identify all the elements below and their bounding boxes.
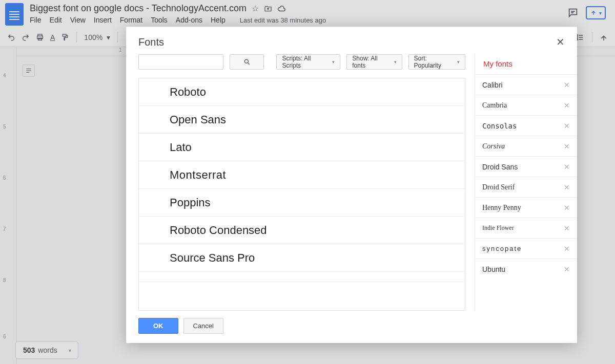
my-font-label: Consolas (482, 122, 517, 130)
my-font-label: Corsiva (482, 142, 505, 151)
remove-font-icon[interactable]: ✕ (564, 81, 570, 89)
font-list-item[interactable] (139, 272, 465, 282)
my-font-item[interactable]: Ubuntu✕ (475, 259, 577, 279)
remove-font-icon[interactable]: ✕ (564, 245, 570, 253)
my-font-label: Indie Flower (482, 224, 514, 232)
my-font-item[interactable]: Henny Penny✕ (475, 197, 577, 218)
my-fonts-heading: My fonts (475, 54, 577, 74)
remove-font-icon[interactable]: ✕ (564, 163, 570, 171)
cancel-button[interactable]: Cancel (183, 318, 223, 334)
my-font-label: Henny Penny (482, 204, 521, 212)
font-list-item[interactable]: Lato (139, 134, 465, 161)
my-font-label: Calibri (482, 81, 503, 89)
my-fonts-panel: My fonts Calibri✕Cambria✕Consolas✕Corsiv… (475, 54, 577, 311)
my-font-label: Cambria (482, 101, 507, 110)
font-list-item[interactable]: Montserrat (139, 161, 465, 189)
my-font-label: Ubuntu (482, 265, 505, 273)
font-list-item[interactable]: Roboto (139, 78, 465, 106)
remove-font-icon[interactable]: ✕ (564, 142, 570, 151)
sort-filter[interactable]: Sort: Popularity (408, 54, 465, 70)
my-font-item[interactable]: Consolas✕ (475, 115, 577, 136)
remove-font-icon[interactable]: ✕ (564, 101, 570, 110)
font-list-item[interactable]: Roboto Condensed (139, 217, 465, 244)
font-list-item[interactable]: Open Sans (139, 106, 465, 134)
remove-font-icon[interactable]: ✕ (564, 122, 570, 130)
my-font-item[interactable]: Droid Serif✕ (475, 177, 577, 197)
show-filter[interactable]: Show: All fonts (346, 54, 402, 70)
dialog-title: Fonts (138, 36, 556, 48)
close-icon[interactable]: ✕ (556, 36, 565, 48)
ok-button[interactable]: OK (138, 318, 178, 334)
search-button[interactable] (230, 54, 264, 70)
font-list-item[interactable]: Source Sans Pro (139, 244, 465, 272)
search-icon (243, 58, 251, 66)
my-font-item[interactable]: Corsiva✕ (475, 136, 577, 156)
my-font-item[interactable]: Indie Flower✕ (475, 218, 577, 238)
font-search-input[interactable] (138, 54, 223, 70)
my-font-label: Droid Sans (482, 163, 518, 171)
remove-font-icon[interactable]: ✕ (564, 183, 570, 191)
svg-point-4 (244, 59, 248, 63)
my-font-label: Syncopate (482, 245, 522, 252)
font-list[interactable]: RobotoOpen SansLatoMontserratPoppinsRobo… (138, 78, 465, 311)
font-list-item[interactable]: Poppins (139, 189, 465, 217)
fonts-dialog: Fonts ✕ Scripts: All Scripts Show: All f… (126, 27, 577, 343)
my-font-item[interactable]: Droid Sans✕ (475, 156, 577, 177)
remove-font-icon[interactable]: ✕ (564, 224, 570, 232)
my-font-item[interactable]: Syncopate✕ (475, 238, 577, 259)
my-font-item[interactable]: Cambria✕ (475, 95, 577, 115)
scripts-filter[interactable]: Scripts: All Scripts (276, 54, 340, 70)
my-font-label: Droid Serif (482, 183, 515, 191)
my-font-item[interactable]: Calibri✕ (475, 74, 577, 95)
remove-font-icon[interactable]: ✕ (564, 204, 570, 212)
remove-font-icon[interactable]: ✕ (564, 265, 570, 273)
